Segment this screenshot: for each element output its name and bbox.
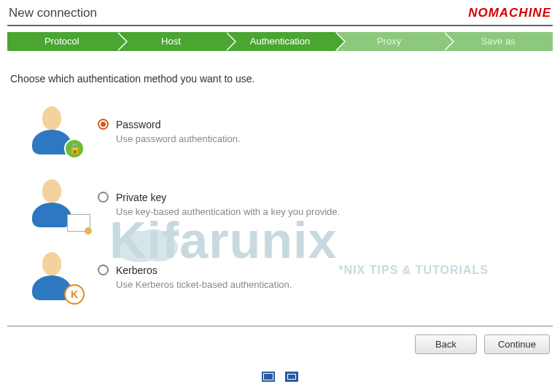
page-title: New connection: [9, 6, 97, 20]
instruction-text: Choose which authentication method you w…: [10, 73, 550, 85]
option-kerberos-label: Kerberos: [116, 264, 158, 276]
radio-kerberos[interactable]: [98, 264, 109, 275]
step-host[interactable]: Host: [117, 32, 226, 51]
option-password-desc: Use password authentication.: [116, 133, 241, 144]
radio-password[interactable]: [98, 119, 109, 130]
step-save-as: Save as: [443, 32, 553, 51]
auth-options: 🔒 Password Use password authentication. …: [10, 105, 550, 303]
brand-logo: NOMACHINE: [468, 6, 551, 20]
window-icon[interactable]: [285, 372, 298, 382]
header: New connection NOMACHINE: [0, 0, 560, 25]
step-protocol[interactable]: Protocol: [7, 32, 117, 51]
kerberos-icon: K: [64, 284, 85, 305]
step-authentication[interactable]: Authentication: [225, 32, 335, 51]
continue-button[interactable]: Continue: [484, 334, 550, 354]
option-private-key-label: Private key: [116, 192, 166, 203]
option-kerberos-desc: Use Kerberos ticket-based authentication…: [116, 279, 292, 290]
option-password-label: Password: [116, 119, 160, 130]
avatar-private-key: [25, 178, 98, 230]
option-password[interactable]: 🔒 Password Use password authentication.: [10, 105, 550, 157]
avatar-kerberos: K: [25, 251, 98, 303]
option-private-key[interactable]: Private key Use key-based authentication…: [10, 178, 550, 230]
footer-toolbar: [262, 372, 298, 382]
footer-divider: [7, 326, 553, 326]
lock-icon: 🔒: [64, 138, 85, 159]
radio-private-key[interactable]: [98, 192, 109, 203]
step-proxy: Proxy: [335, 32, 444, 51]
fullscreen-icon[interactable]: [262, 372, 275, 382]
back-button[interactable]: Back: [415, 334, 477, 354]
content-area: Kifarunix *NIX TIPS & TUTORIALS Choose w…: [0, 73, 560, 303]
option-kerberos[interactable]: K Kerberos Use Kerberos ticket-based aut…: [10, 251, 550, 303]
avatar-password: 🔒: [25, 105, 98, 157]
wizard-steps: Protocol Host Authentication Proxy Save …: [7, 32, 553, 51]
header-divider: [7, 25, 553, 26]
wizard-buttons: Back Continue: [415, 334, 550, 354]
option-private-key-desc: Use key-based authentication with a key …: [116, 206, 340, 217]
